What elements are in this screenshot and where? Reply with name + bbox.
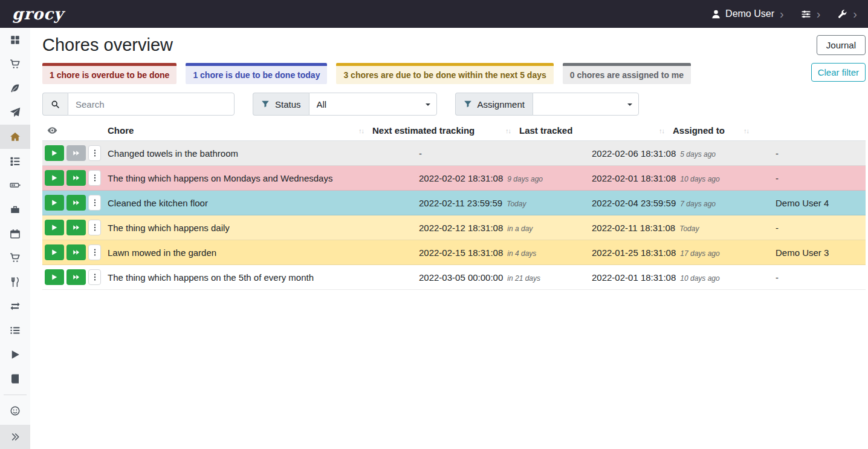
- assigned-to-cell: -: [776, 173, 866, 183]
- smiley-icon: [10, 405, 21, 416]
- assigned-to-cell: -: [776, 148, 866, 159]
- assignment-select[interactable]: [533, 93, 638, 115]
- time-ago-label: in a day: [507, 224, 533, 233]
- row-menu-button[interactable]: [88, 220, 101, 235]
- sidebar-item-cart[interactable]: [0, 246, 30, 270]
- column-visibility-button[interactable]: [42, 125, 108, 136]
- track-chore-execution-button[interactable]: [45, 269, 64, 285]
- exchange-arrows-icon: [10, 301, 21, 312]
- sidebar-item-feather[interactable]: [0, 76, 30, 100]
- sidebar-item-play[interactable]: [0, 342, 30, 367]
- user-icon: [711, 9, 721, 19]
- row-menu-button[interactable]: [88, 170, 101, 186]
- sidebar-divider: [4, 395, 27, 395]
- filters-row: Status All Assignment: [42, 93, 866, 116]
- last-tracked-cell: 2022-02-06 18:31:085 days ago: [592, 148, 776, 159]
- status-filter-label: Status: [275, 99, 301, 110]
- eye-icon: [47, 125, 108, 136]
- sidebar-item-battery[interactable]: [0, 173, 30, 197]
- chore-name: Changed towels in the bathroom: [108, 148, 419, 159]
- table-row: Changed towels in the bathroom-2022-02-0…: [42, 141, 866, 166]
- row-menu-button[interactable]: [88, 244, 101, 260]
- shopping-cart-icon: [10, 59, 21, 70]
- time-ago-label: 17 days ago: [680, 249, 719, 258]
- sort-icon: ↑↓: [358, 127, 364, 134]
- home-icon: [10, 131, 21, 142]
- clear-filter-button[interactable]: Clear filter: [811, 63, 866, 82]
- sort-icon: ↑↓: [659, 127, 664, 134]
- sidebar-item-utensils[interactable]: [0, 270, 30, 294]
- battery-icon: [10, 180, 21, 191]
- track-chore-execution-button[interactable]: [45, 244, 64, 260]
- row-menu-button[interactable]: [88, 195, 101, 211]
- skip-chore-button[interactable]: [66, 269, 86, 285]
- sidebar-item-paper-plane[interactable]: [0, 100, 30, 125]
- status-select[interactable]: All: [309, 93, 436, 115]
- sidebar-item-toolbox[interactable]: [0, 197, 30, 221]
- summary-card-overdue[interactable]: 1 chore is overdue to be done: [42, 63, 177, 84]
- track-chore-execution-button[interactable]: [45, 195, 64, 211]
- master-data-menu[interactable]: ›: [801, 8, 821, 20]
- column-header-assigned-to[interactable]: Assigned to ↑↓: [673, 125, 757, 136]
- table-row: The thing which happens daily2022-02-12 …: [42, 215, 866, 240]
- next-estimated-tracking-cell: 2022-02-12 18:31:08in a day: [419, 223, 592, 233]
- next-estimated-tracking-cell: 2022-02-02 18:31:089 days ago: [419, 173, 592, 183]
- sidebar-item-home[interactable]: [0, 125, 30, 149]
- user-menu-label: Demo User: [725, 8, 774, 19]
- summary-card-due-today[interactable]: 1 chore is due to be done today: [186, 63, 327, 84]
- track-chore-execution-button[interactable]: [45, 220, 64, 235]
- summary-cards-row: 1 chore is overdue to be done1 chore is …: [42, 63, 866, 84]
- sort-icon: ↑↓: [743, 127, 749, 134]
- sidebar-item-book[interactable]: [0, 367, 30, 391]
- track-chore-execution-button[interactable]: [45, 145, 64, 161]
- summary-card-due-soon[interactable]: 3 chores are due to be done within the n…: [336, 63, 553, 84]
- next-estimated-tracking-cell: 2022-03-05 00:00:00in 21 days: [419, 272, 592, 283]
- grocy-logo[interactable]: grocy: [12, 5, 63, 23]
- chevron-right-icon: ›: [817, 8, 821, 20]
- utensils-icon: [10, 277, 21, 287]
- user-menu[interactable]: Demo User ›: [711, 8, 784, 20]
- sidebar-toggle-button[interactable]: [0, 425, 30, 449]
- navbar-right: Demo User › › ›: [711, 8, 857, 20]
- column-header-last-tracked[interactable]: Last tracked ↑↓: [519, 125, 673, 136]
- sidebar-item-exchange-arrows[interactable]: [0, 294, 30, 318]
- track-chore-execution-button[interactable]: [45, 170, 64, 186]
- row-menu-button[interactable]: [88, 269, 101, 285]
- time-ago-label: Today: [679, 224, 699, 233]
- time-ago-label: in 21 days: [507, 274, 540, 283]
- last-tracked-cell: 2022-02-11 18:31:08Today: [592, 223, 776, 233]
- search-input[interactable]: [68, 93, 235, 116]
- skip-chore-button[interactable]: [66, 220, 86, 235]
- next-estimated-tracking-cell: -: [419, 148, 592, 159]
- calendar-icon: [10, 228, 21, 239]
- column-header-chore[interactable]: Chore ↑↓: [108, 125, 372, 136]
- sidebar-item-smiley[interactable]: [0, 399, 30, 423]
- feather-icon: [10, 83, 21, 94]
- row-menu-button[interactable]: [88, 145, 101, 161]
- main-content: Chores overview Journal 1 chore is overd…: [30, 28, 868, 449]
- admin-menu[interactable]: ›: [837, 8, 857, 20]
- sidebar-item-shopping-cart[interactable]: [0, 52, 30, 76]
- assigned-to-cell: Demo User 4: [776, 198, 866, 208]
- column-header-next-estimated-tracking[interactable]: Next estimated tracking ↑↓: [372, 125, 519, 136]
- wrench-icon: [837, 9, 847, 19]
- sidebar-item-calendar[interactable]: [0, 221, 30, 246]
- summary-card-assigned-to-me[interactable]: 0 chores are assigned to me: [563, 63, 691, 84]
- chevrons-right-icon: [10, 432, 20, 442]
- skip-chore-button[interactable]: [66, 195, 86, 211]
- skip-chore-button[interactable]: [66, 145, 86, 161]
- search-group: [42, 93, 235, 116]
- sidebar-item-checklist[interactable]: [0, 149, 30, 173]
- sidebar-item-grid[interactable]: [0, 28, 30, 52]
- top-navbar: grocy Demo User › › ›: [0, 0, 868, 28]
- table-header-row: Chore ↑↓ Next estimated tracking ↑↓ Last…: [42, 120, 866, 141]
- sort-icon: ↑↓: [505, 127, 511, 134]
- chore-name: The thing which happens daily: [108, 223, 419, 233]
- filter-funnel-icon: [464, 100, 472, 108]
- journal-button[interactable]: Journal: [817, 35, 866, 55]
- assignment-filter-label: Assignment: [478, 99, 525, 110]
- skip-chore-button[interactable]: [66, 244, 86, 260]
- last-tracked-cell: 2022-02-04 23:59:597 days ago: [592, 198, 776, 208]
- skip-chore-button[interactable]: [66, 170, 86, 186]
- sidebar-item-list[interactable]: [0, 318, 30, 342]
